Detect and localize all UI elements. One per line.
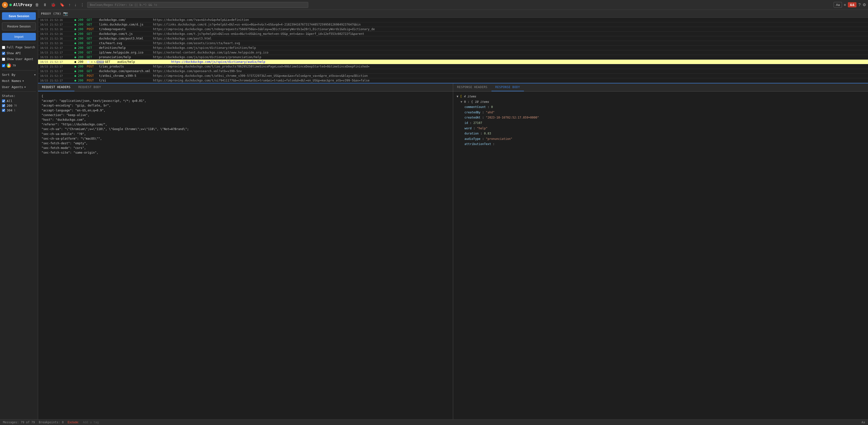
status-bar: Messages: 79 of 79 Breakpoints: 0 Exclud… bbox=[0, 419, 868, 425]
tab-request-headers[interactable]: REQUEST HEADERS bbox=[38, 84, 74, 91]
sort-by-chevron: ▾ bbox=[34, 73, 36, 76]
proxy-header: PROXY (79) 📷 bbox=[38, 10, 868, 18]
request-row[interactable]: 10/15 21:52:17 ● 200 POST t/si https://i… bbox=[38, 78, 868, 83]
save-session-button[interactable]: Save Session bbox=[2, 12, 36, 20]
show-user-agent-input[interactable] bbox=[2, 58, 5, 61]
gear-button[interactable]: ⚙ bbox=[863, 2, 866, 7]
status-304-item[interactable]: 304 1 bbox=[2, 108, 36, 112]
user-agents-chevron: ▾ bbox=[24, 85, 26, 89]
request-row[interactable]: 10/15 21:52:17 ● 200 GET ip3/www.helpgui… bbox=[38, 50, 868, 55]
tab-response-body[interactable]: RESPONSE BODY bbox=[492, 84, 524, 91]
full-page-search-checkbox[interactable]: Full Page Search bbox=[2, 46, 36, 49]
show-user-agent-checkbox[interactable]: Show User Agent bbox=[2, 58, 36, 61]
resp-field: commentCount : 0 bbox=[457, 104, 865, 110]
resp-field: duration : 0.83 bbox=[457, 131, 865, 136]
header-line: "host": "duckduckgo.com", bbox=[41, 118, 450, 122]
sidebar: Save Session Restore Session Import Full… bbox=[0, 10, 38, 419]
header-line: "referer": "https://duckduckgo.com/", bbox=[41, 122, 450, 127]
sort-by-row[interactable]: Sort By ▾ bbox=[2, 73, 36, 76]
exclude-button[interactable]: Exclude: bbox=[67, 421, 79, 424]
help-button[interactable]: ? bbox=[859, 3, 861, 7]
filter-input[interactable] bbox=[87, 2, 308, 8]
request-row[interactable]: 10/15 21:52:16 ● 200 POST t/ndeeprequest… bbox=[38, 27, 868, 32]
bookmark-button[interactable]: 🔖 bbox=[59, 1, 66, 8]
breakpoints-count: Breakpoints: 0 bbox=[39, 421, 64, 424]
header-line: "accept-language": "en-US,en;q=0.9", bbox=[41, 108, 450, 113]
request-row[interactable]: 10/15 21:52:17 ● 200 GET links.duckduckg… bbox=[38, 22, 868, 27]
status-all-item[interactable]: All bbox=[2, 99, 36, 103]
header-line: "accept-encoding": "gzip, deflate, br", bbox=[41, 103, 450, 108]
full-page-search-input[interactable] bbox=[2, 46, 5, 49]
request-row[interactable]: 10/15 21:52:16 ● 200 GET cta/heart.svg h… bbox=[38, 41, 868, 46]
status-dot bbox=[9, 4, 12, 6]
header-line: "sec-fetch-dest": "empty", bbox=[41, 141, 450, 146]
restore-session-button[interactable]: Restore Session bbox=[2, 22, 36, 30]
down-button[interactable]: ↓ bbox=[73, 2, 78, 8]
request-row[interactable]: 10/15 21:52:17 ● 200 POST t/ias_products… bbox=[38, 64, 868, 69]
status-section: Status: All 200 78 304 1 bbox=[2, 94, 36, 113]
content-area: PROXY (79) 📷 10/15 21:52:16 ● 200 GET du… bbox=[38, 10, 868, 419]
header-line: "sec-fetch-site": "same-origin", bbox=[41, 151, 450, 155]
resp-item-0: ▼ 0 : { 10 items bbox=[457, 99, 865, 105]
request-row[interactable]: 10/15 21:52:17 ● 200 📄 ⬇ ✎ ▼200 GET audi… bbox=[38, 60, 868, 64]
up-button[interactable]: ↑ bbox=[67, 2, 71, 8]
logo: A AllProxy bbox=[2, 2, 32, 8]
header-line: "sec-ch-ua-mobile": "?0", bbox=[41, 132, 450, 136]
add-tag-input[interactable] bbox=[83, 421, 120, 424]
status-200-checkbox[interactable] bbox=[2, 104, 5, 107]
aa-button[interactable]: Aa bbox=[834, 2, 842, 8]
resp-field: createdAt : "2023-10-16T02:52:17.859+000… bbox=[457, 115, 865, 121]
logo-icon: A bbox=[2, 2, 8, 8]
pause-button[interactable]: ⏸ bbox=[42, 2, 48, 8]
more-button[interactable]: ⋮ bbox=[79, 1, 85, 8]
header-line: "sec-ch-ua": "\"Chromium\";v=\"118\", \"… bbox=[41, 127, 450, 132]
resp-field: word : "help" bbox=[457, 126, 865, 131]
status-304-checkbox[interactable] bbox=[2, 109, 5, 112]
status-label: Status: bbox=[2, 94, 36, 98]
toolbar: A AllProxy 🗑 ⏸ 🐞 🔖 ↑ ↓ ⋮ Aa && ? ⚙ bbox=[0, 0, 868, 10]
header-line: { bbox=[41, 94, 450, 99]
request-list: 10/15 21:52:16 ● 200 GET duckduckgo.com/… bbox=[38, 18, 868, 84]
header-line: "sec-ch-ua-platform": "\"macOS\"", bbox=[41, 136, 450, 141]
status-all-checkbox[interactable] bbox=[2, 99, 5, 103]
and-button[interactable]: && bbox=[848, 2, 857, 7]
chrome-icon bbox=[7, 63, 11, 68]
request-row[interactable]: 10/15 21:52:16 ● 200 GET duckduckgo.com/… bbox=[38, 18, 868, 22]
delete-button[interactable]: 🗑 bbox=[34, 2, 40, 8]
chrome-row: 79 bbox=[2, 63, 36, 68]
details-left: REQUEST HEADERS REQUEST BODY { "accept":… bbox=[38, 84, 453, 419]
request-row[interactable]: 10/15 21:52:17 ● 200 GET definition/help… bbox=[38, 46, 868, 50]
request-row[interactable]: 10/15 21:52:16 ● 200 GET duckduckgo.com/… bbox=[38, 32, 868, 36]
user-agents-row[interactable]: User Agents ▾ bbox=[2, 85, 36, 89]
host-names-chevron: ▾ bbox=[22, 79, 24, 83]
details-right: RESPONSE HEADERS RESPONSE BODY ▼ [ 4 ite… bbox=[453, 84, 868, 419]
camera-icon[interactable]: 📷 bbox=[63, 11, 68, 16]
bottom-panel: REQUEST HEADERS REQUEST BODY { "accept":… bbox=[38, 84, 868, 419]
resp-field: attributionText : bbox=[457, 141, 865, 147]
request-row[interactable]: 10/15 21:52:17 ● 200 POST t/atbsi_chrome… bbox=[38, 74, 868, 78]
header-line: "connection": "keep-alive", bbox=[41, 113, 450, 118]
detail-tabs-left: REQUEST HEADERS REQUEST BODY bbox=[38, 84, 453, 92]
bug-button[interactable]: 🐞 bbox=[50, 1, 57, 8]
resp-field: id : 27107 bbox=[457, 121, 865, 126]
tab-response-headers[interactable]: RESPONSE HEADERS bbox=[453, 84, 492, 91]
show-api-checkbox[interactable]: Show API bbox=[2, 52, 36, 55]
request-row[interactable]: 10/15 21:52:16 ● 200 GET duckduckgo.com/… bbox=[38, 36, 868, 41]
dot-button[interactable] bbox=[844, 4, 846, 6]
import-button[interactable]: Import bbox=[2, 33, 36, 40]
messages-count: Messages: 79 of 79 bbox=[3, 421, 35, 424]
toolbar-right: Aa && ? ⚙ bbox=[834, 2, 866, 8]
status-200-item[interactable]: 200 78 bbox=[2, 104, 36, 107]
detail-tabs-right: RESPONSE HEADERS RESPONSE BODY bbox=[453, 84, 868, 92]
request-headers-content: { "accept": "application/json, text/java… bbox=[38, 92, 453, 419]
header-line: "accept": "application/json, text/javasc… bbox=[41, 99, 450, 103]
request-row[interactable]: 10/15 21:52:17 ● 200 GET duckduckgo.com/… bbox=[38, 69, 868, 74]
resp-field: createdBy : "ahd" bbox=[457, 110, 865, 115]
tab-request-body[interactable]: REQUEST BODY bbox=[74, 84, 105, 91]
request-row[interactable]: 10/15 21:52:17 ● 200 GET pronunciation/h… bbox=[38, 55, 868, 60]
chrome-checkbox[interactable] bbox=[2, 64, 5, 67]
response-body-content: ▼ [ 4 items ▼ 0 : { 10 items commentCoun… bbox=[453, 92, 868, 419]
show-api-input[interactable] bbox=[2, 52, 5, 55]
logo-text: AllProxy bbox=[13, 2, 32, 7]
host-names-row[interactable]: Host Names ▾ bbox=[2, 79, 36, 83]
